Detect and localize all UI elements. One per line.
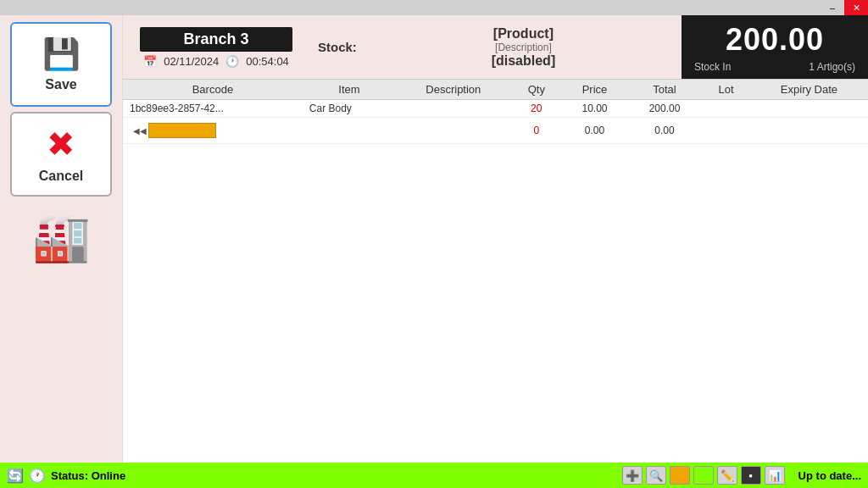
col-expiry: Expiry Date bbox=[750, 80, 868, 100]
branch-name: Branch 3 bbox=[140, 27, 292, 52]
calendar-icon: 📅 bbox=[143, 55, 157, 68]
cell-desc-empty bbox=[396, 118, 510, 144]
product-desc: [Description] bbox=[495, 42, 552, 53]
cell-total: 200.00 bbox=[627, 100, 702, 118]
cell-expiry bbox=[750, 100, 868, 118]
save-label: Save bbox=[45, 77, 76, 92]
title-bar: – ✕ bbox=[0, 0, 868, 15]
close-button[interactable]: ✕ bbox=[844, 0, 868, 15]
clock-icon: 🕐 bbox=[225, 55, 239, 68]
statusbar-tools: ➕ 🔍 ✏️ ▪ 📊 bbox=[622, 466, 785, 485]
uptodate-label: Up to date... bbox=[798, 469, 861, 482]
product-status: [disabled] bbox=[492, 53, 556, 69]
stock-in-label: Stock In bbox=[694, 61, 731, 73]
barcode-input-cell[interactable] bbox=[148, 123, 216, 138]
cell-price: 10.00 bbox=[562, 100, 627, 118]
content-area: Branch 3 📅 02/11/2024 🕐 00:54:04 Stock: … bbox=[123, 15, 868, 463]
cell-item-empty bbox=[303, 118, 396, 144]
col-lot: Lot bbox=[702, 80, 750, 100]
col-description: Description bbox=[396, 80, 510, 100]
product-title: [Product] bbox=[493, 26, 554, 42]
total-amount: 200.00 bbox=[726, 22, 824, 58]
artigos-label: 1 Artigo(s) bbox=[809, 61, 855, 73]
minimize-button[interactable]: – bbox=[821, 0, 844, 15]
col-qty: Qty bbox=[511, 80, 563, 100]
datetime-row: 📅 02/11/2024 🕐 00:54:04 bbox=[143, 55, 289, 68]
cell-qty: 20 bbox=[511, 100, 563, 118]
cancel-button[interactable]: ✖ Cancel bbox=[10, 112, 112, 197]
tool-chart[interactable]: 📊 bbox=[765, 466, 785, 485]
tool-add[interactable]: ➕ bbox=[622, 466, 643, 485]
factory-icon: 🏭 bbox=[32, 210, 91, 265]
cell-expiry-empty bbox=[750, 118, 868, 144]
cancel-icon: ✖ bbox=[47, 125, 75, 164]
cell-lot bbox=[702, 100, 750, 118]
save-button[interactable]: 💾 Save bbox=[10, 22, 112, 107]
tool-search[interactable]: 🔍 bbox=[646, 466, 666, 485]
cell-qty-zero: 0 bbox=[511, 118, 563, 144]
cell-description bbox=[396, 100, 510, 118]
cell-lot-empty bbox=[702, 118, 750, 144]
save-icon: 💾 bbox=[42, 36, 81, 72]
cell-nav: ◀◀ bbox=[123, 118, 303, 144]
table-header-row: Barcode Item Description Qty Price Total… bbox=[123, 80, 868, 100]
cancel-label: Cancel bbox=[39, 169, 83, 184]
tool-green[interactable] bbox=[693, 466, 714, 485]
status-text: Status: Online bbox=[51, 469, 125, 482]
top-header: Branch 3 📅 02/11/2024 🕐 00:54:04 Stock: … bbox=[123, 15, 868, 79]
cell-total-zero: 0.00 bbox=[627, 118, 702, 144]
nav-arrow-left: ◀◀ bbox=[133, 126, 147, 136]
statusbar: 🔄 🕐 Status: Online ➕ 🔍 ✏️ ▪ 📊 Up to date… bbox=[0, 463, 868, 488]
col-total: Total bbox=[627, 80, 702, 100]
data-table: Barcode Item Description Qty Price Total… bbox=[123, 80, 868, 144]
branch-section: Branch 3 📅 02/11/2024 🕐 00:54:04 bbox=[123, 15, 309, 79]
cell-barcode: 1bc89ee3-2857-42... bbox=[123, 100, 303, 118]
total-footer: Stock In 1 Artigo(s) bbox=[694, 58, 855, 73]
col-barcode: Barcode bbox=[123, 80, 303, 100]
refresh-icon[interactable]: 🔄 bbox=[7, 468, 24, 484]
stock-label: Stock: bbox=[309, 15, 365, 79]
cell-item: Car Body bbox=[303, 100, 396, 118]
col-item: Item bbox=[303, 80, 396, 100]
tool-edit[interactable]: ✏️ bbox=[717, 466, 737, 485]
date-display: 02/11/2024 bbox=[164, 55, 219, 68]
sidebar: 💾 Save ✖ Cancel 🏭 bbox=[0, 15, 123, 463]
cell-price-zero: 0.00 bbox=[562, 118, 627, 144]
tool-orange[interactable] bbox=[670, 466, 690, 485]
table-area: Barcode Item Description Qty Price Total… bbox=[123, 79, 868, 463]
time-display: 00:54:04 bbox=[246, 55, 289, 68]
product-section: [Product] [Description] [disabled] bbox=[365, 15, 682, 79]
col-price: Price bbox=[562, 80, 627, 100]
total-section: 200.00 Stock In 1 Artigo(s) bbox=[682, 15, 868, 79]
main-wrapper: 💾 Save ✖ Cancel 🏭 Branch 3 📅 02/11/2024 … bbox=[0, 15, 868, 463]
table-row: 1bc89ee3-2857-42... Car Body 20 10.00 20… bbox=[123, 100, 868, 118]
clock-status-icon[interactable]: 🕐 bbox=[29, 468, 46, 484]
tool-black[interactable]: ▪ bbox=[741, 466, 761, 485]
table-row-input[interactable]: ◀◀ 0 0.00 0.00 bbox=[123, 118, 868, 144]
